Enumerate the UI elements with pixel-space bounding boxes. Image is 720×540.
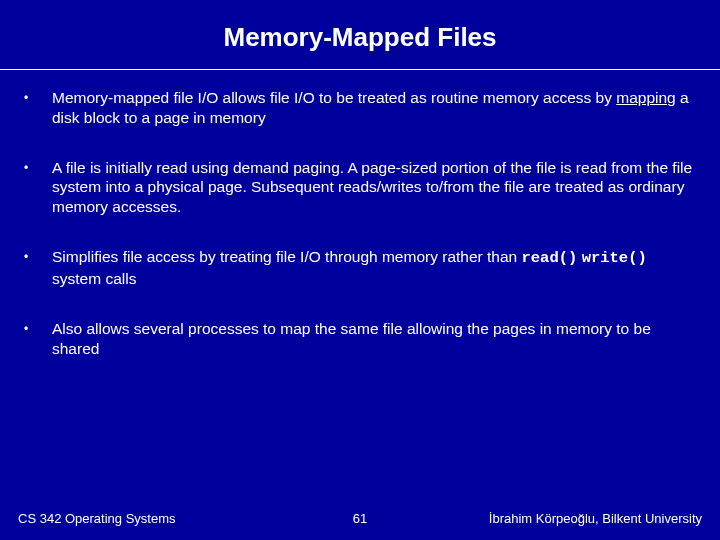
- footer-right: İbrahim Körpeoğlu, Bilkent University: [489, 511, 702, 526]
- text-underline: mapping: [616, 89, 675, 106]
- list-item: • Also allows several processes to map t…: [24, 319, 696, 359]
- bullet-list: • Memory-mapped file I/O allows file I/O…: [24, 88, 696, 358]
- text-run: Memory-mapped file I/O allows file I/O t…: [52, 89, 616, 106]
- text-code: write(): [582, 249, 647, 267]
- slide-title: Memory-Mapped Files: [0, 22, 720, 53]
- bullet-icon: •: [24, 158, 52, 217]
- slide-body: • Memory-mapped file I/O allows file I/O…: [0, 70, 720, 358]
- text-run: system calls: [52, 270, 136, 287]
- text-run: Simplifies file access by treating file …: [52, 248, 522, 265]
- title-region: Memory-Mapped Files: [0, 0, 720, 70]
- footer-page-number: 61: [353, 511, 367, 526]
- bullet-icon: •: [24, 247, 52, 289]
- list-item: • A file is initially read using demand …: [24, 158, 696, 217]
- bullet-text: A file is initially read using demand pa…: [52, 158, 696, 217]
- bullet-text: Memory-mapped file I/O allows file I/O t…: [52, 88, 696, 128]
- bullet-text: Also allows several processes to map the…: [52, 319, 696, 359]
- bullet-icon: •: [24, 319, 52, 359]
- list-item: • Simplifies file access by treating fil…: [24, 247, 696, 289]
- footer-left: CS 342 Operating Systems: [18, 511, 176, 526]
- list-item: • Memory-mapped file I/O allows file I/O…: [24, 88, 696, 128]
- bullet-icon: •: [24, 88, 52, 128]
- text-code: read(): [522, 249, 578, 267]
- slide-footer: CS 342 Operating Systems 61 İbrahim Körp…: [0, 511, 720, 526]
- bullet-text: Simplifies file access by treating file …: [52, 247, 696, 289]
